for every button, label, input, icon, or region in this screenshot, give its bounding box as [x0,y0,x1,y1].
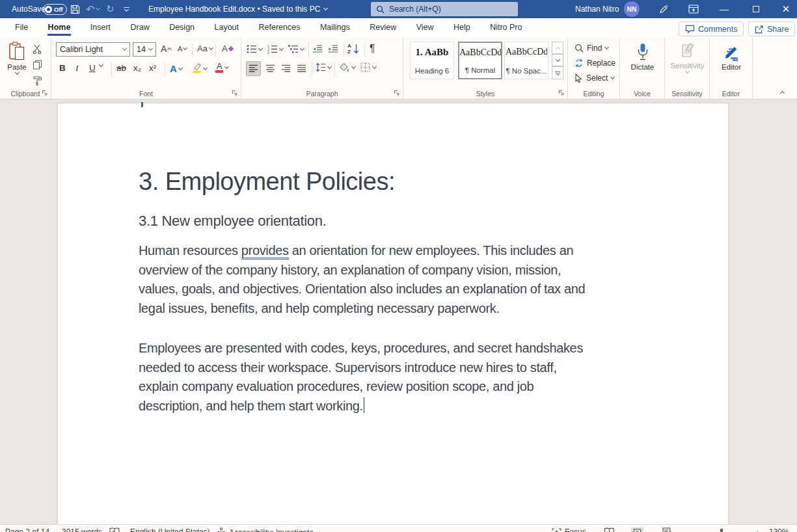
select-button[interactable]: Select [574,73,614,83]
paragraph-dialog-launcher[interactable] [394,90,400,96]
zoom-slider-thumb[interactable] [720,529,723,532]
autosave-toggle[interactable]: Off [43,0,67,18]
borders-button[interactable] [360,62,376,72]
shading-button[interactable] [339,62,355,72]
read-mode-button[interactable] [604,527,615,532]
superscript-button[interactable]: x² [149,63,156,73]
show-formatting-button[interactable]: ¶ [370,43,375,55]
style-normal[interactable]: AaBbCcDd ¶ Normal [458,42,502,79]
focus-mode-button[interactable]: Focus [552,527,586,532]
tab-help[interactable]: Help [445,18,479,36]
document-area[interactable]: 3. Employment Policies: 3.1 New employee… [0,100,797,524]
tab-home[interactable]: Home [40,18,79,36]
highlight-color-button[interactable] [192,62,207,75]
redo-button[interactable]: ↻ [106,0,115,18]
print-layout-button[interactable] [631,527,643,532]
tab-references[interactable]: References [250,18,309,36]
tab-nitro-pro[interactable]: Nitro Pro [481,18,530,36]
sort-button[interactable]: AZ [347,43,359,55]
multilevel-list-button[interactable] [288,44,304,54]
comments-button[interactable]: Comments [679,21,744,36]
ribbon-display-options-button[interactable] [688,0,699,18]
zoom-out-button[interactable]: − [681,527,686,532]
document-page[interactable]: 3. Employment Policies: 3.1 New employee… [57,103,729,524]
word-count[interactable]: 3015 words [62,527,102,532]
save-button[interactable] [70,0,80,18]
styles-dialog-launcher[interactable] [558,90,565,96]
page-indicator[interactable]: Page 2 of 14 [5,527,49,532]
tab-mailings[interactable]: Mailings [312,18,358,36]
clipboard-dialog-launcher[interactable] [42,90,48,96]
paste-button[interactable]: Paste [4,42,30,74]
line-spacing-button[interactable] [316,62,331,72]
customize-quick-access-button[interactable] [124,0,129,18]
share-button[interactable]: Share [748,21,795,36]
search-bar[interactable] [371,2,518,16]
search-input[interactable] [389,5,500,14]
subscript-button[interactable]: x₂ [133,63,141,73]
tab-design[interactable]: Design [161,18,203,36]
sensitivity-button[interactable]: Sensitivity [665,43,710,73]
italic-button[interactable]: I [75,63,79,73]
user-name[interactable]: Nathan Nitro [575,0,619,18]
bold-button[interactable]: B [59,63,66,73]
zoom-level[interactable]: 130% [769,527,789,532]
font-size-combo[interactable]: 14 [133,42,156,57]
avatar[interactable]: NN [624,0,640,18]
grammar-flagged-word[interactable]: provides [241,243,289,259]
bullets-button[interactable] [247,44,262,54]
numbering-button[interactable]: 123 [267,44,283,54]
styles-gallery-down-button[interactable] [552,54,563,66]
document-paragraph-2[interactable]: Employees are presented with codes, keys… [139,339,659,416]
styles-gallery-up-button[interactable] [552,42,563,54]
tab-layout[interactable]: Layout [206,18,248,36]
decrease-indent-button[interactable] [312,44,323,54]
font-name-combo[interactable]: Calibri Light [56,42,130,57]
zoom-in-button[interactable]: + [755,527,761,532]
align-left-button[interactable] [246,61,261,76]
undo-button[interactable]: ↶ [86,0,100,18]
web-layout-button[interactable] [662,527,673,532]
change-case-button[interactable]: Aa [197,44,213,53]
style-heading6[interactable]: 1. AaBb Heading 6 [410,42,454,79]
strikethrough-button[interactable]: ab [116,63,126,73]
document-title[interactable]: Employee Handbook Edit.docx • Saved to t… [148,0,327,18]
collapse-ribbon-button[interactable] [781,90,784,95]
text-effects-button[interactable]: A [170,63,182,74]
increase-indent-button[interactable] [328,44,338,54]
accessibility-status[interactable]: Accessibility: Investigate [217,527,314,532]
align-right-button[interactable] [278,61,293,76]
copy-button[interactable] [33,60,42,70]
replace-button[interactable]: Replace [574,59,615,68]
underline-button[interactable]: U [89,63,96,73]
format-painter-button[interactable] [33,75,42,86]
find-button[interactable]: Find [574,44,608,53]
ink-pen-button[interactable] [658,0,669,18]
font-color-button[interactable]: A [215,62,228,73]
tab-view[interactable]: View [408,18,442,36]
shrink-font-button[interactable]: A [178,45,187,53]
justify-button[interactable] [294,61,309,76]
document-subheading[interactable]: 3.1 New employee orientation. [139,211,326,231]
styles-gallery-more-button[interactable] [552,66,563,79]
cut-button[interactable] [33,44,42,54]
document-heading[interactable]: 3. Employment Policies: [139,166,395,196]
minimize-button[interactable]: — [713,0,735,18]
tab-draw[interactable]: Draw [122,18,158,36]
dictate-button[interactable]: Dictate [620,43,665,71]
close-button[interactable]: ✕ [775,0,797,18]
clear-formatting-button[interactable]: A [222,44,233,53]
underline-options-button[interactable] [100,65,103,66]
document-paragraph-1[interactable]: Human resources provides an orientation … [139,241,659,318]
grow-font-button[interactable]: A [161,44,171,54]
style-no-spacing[interactable]: AaBbCcDd ¶ No Spac... [504,42,548,79]
font-dialog-launcher[interactable] [232,90,238,96]
tab-review[interactable]: Review [361,18,405,36]
language-indicator[interactable]: English (United States) [130,527,210,532]
align-center-button[interactable] [263,61,278,76]
maximize-button[interactable] [745,0,767,18]
tab-file[interactable]: File [7,18,36,36]
tab-insert[interactable]: Insert [82,18,119,36]
proofing-status-button[interactable] [109,527,120,532]
editor-button[interactable]: Editor [710,43,753,71]
